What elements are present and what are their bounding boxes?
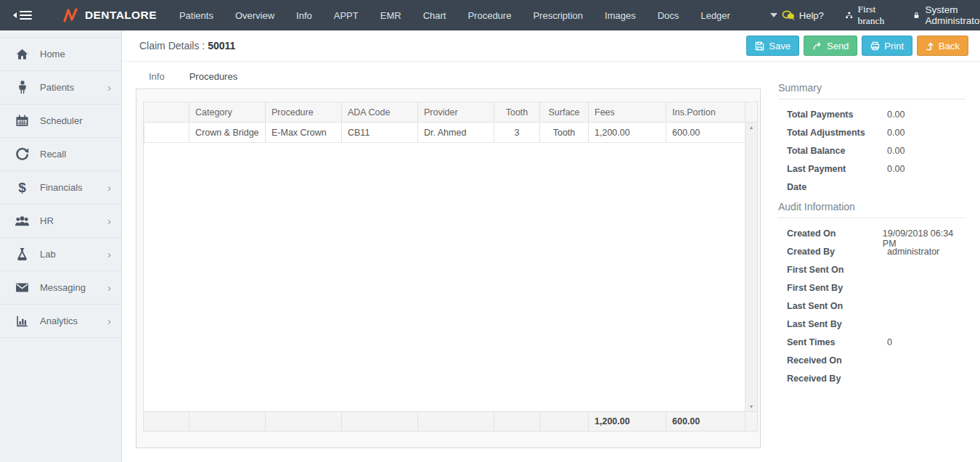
cell-tooth[interactable]: 3 <box>494 123 539 142</box>
summary-label: Total Adjustments <box>787 128 887 138</box>
audit-value: 19/09/2018 06:34 PM <box>883 228 965 249</box>
sidebar-collapse-button[interactable] <box>13 9 32 22</box>
sidebar-item-analytics[interactable]: Analytics › <box>0 305 121 338</box>
tab-info[interactable]: Info <box>136 65 177 91</box>
cell-provider[interactable]: Dr. Ahmed <box>417 123 494 142</box>
submenu-chevron-icon: › <box>107 182 111 193</box>
nav-item-docs[interactable]: Docs <box>647 1 690 30</box>
audit-label: Created On <box>787 228 883 239</box>
column-header-fees[interactable]: Fees <box>588 102 666 122</box>
column-header-tooth[interactable]: Tooth <box>494 102 539 122</box>
nav-more-dropdown-caret-icon[interactable] <box>766 9 782 22</box>
sidebar-item-patients[interactable]: Patients › <box>0 71 121 104</box>
claim-number: 50011 <box>208 40 235 51</box>
summary-row-last-payment: Last Payment 0.00 <box>787 164 965 182</box>
nav-item-procedure[interactable]: Procedure <box>457 1 522 30</box>
nav-item-emr[interactable]: EMR <box>369 1 412 30</box>
column-header-procedure[interactable]: Procedure <box>265 102 341 122</box>
branch-selector[interactable]: First branch <box>846 4 889 27</box>
save-icon <box>755 41 764 51</box>
audit-row-last-sent-by: Last Sent By <box>787 319 965 337</box>
cell-ins-portion[interactable]: 600.00 <box>666 123 745 142</box>
summary-value: 0.00 <box>887 110 905 120</box>
nav-item-ledger[interactable]: Ledger <box>690 1 740 30</box>
back-icon <box>926 41 934 51</box>
column-header-ada-code[interactable]: ADA Code <box>341 102 417 122</box>
nav-item-overview[interactable]: Overview <box>224 1 285 30</box>
patient-icon <box>14 81 30 94</box>
sidebar-item-lab[interactable]: Lab › <box>0 238 121 271</box>
audit-label: Created By <box>787 247 887 257</box>
column-header-provider[interactable]: Provider <box>417 102 494 122</box>
row-select-cell[interactable] <box>144 123 189 142</box>
help-label: Help? <box>799 10 824 21</box>
summary-row-total-adjustments: Total Adjustments 0.00 <box>787 128 965 146</box>
nav-item-chart[interactable]: Chart <box>412 1 457 30</box>
people-icon <box>14 215 30 227</box>
scroll-down-icon[interactable]: ▼ <box>749 404 754 409</box>
submenu-chevron-icon: › <box>107 82 111 93</box>
audit-row-last-sent-on: Last Sent On <box>787 301 965 319</box>
column-header-empty <box>144 102 189 122</box>
tab-procedures[interactable]: Procedures <box>177 65 250 91</box>
audit-row-received-by: Received By <box>787 374 965 392</box>
column-header-surface[interactable]: Surface <box>539 102 588 122</box>
brand-logo[interactable]: DENTALORE <box>62 7 157 23</box>
audit-value: administrator <box>887 247 939 257</box>
sidebar-item-recall[interactable]: Recall <box>0 138 121 171</box>
cell-ada-code[interactable]: CB11 <box>341 123 417 142</box>
cell-surface[interactable]: Tooth <box>539 123 588 142</box>
sitemap-icon <box>846 10 853 20</box>
footer-cell <box>539 412 588 431</box>
procedures-card: Category Procedure ADA Code Provider Too… <box>136 88 761 448</box>
dollar-icon: $ <box>14 181 30 194</box>
summary-value: 0.00 <box>887 128 905 138</box>
audit-label: First Sent On <box>787 265 887 275</box>
sidebar-item-hr[interactable]: HR › <box>0 205 121 238</box>
procedures-grid: Category Procedure ADA Code Provider Too… <box>143 102 758 432</box>
chat-bubbles-icon <box>782 10 796 21</box>
nav-item-appt[interactable]: APPT <box>323 1 369 30</box>
user-menu[interactable]: System Administrator <box>913 4 980 26</box>
nav-item-prescription[interactable]: Prescription <box>522 1 594 30</box>
column-header-category[interactable]: Category <box>189 102 265 122</box>
scroll-up-icon[interactable]: ▲ <box>749 125 754 130</box>
footer-total-fees: 1,200.00 <box>588 412 666 431</box>
nav-item-images[interactable]: Images <box>594 1 647 30</box>
sidebar-item-label: Patients <box>40 82 74 93</box>
nav-item-info[interactable]: Info <box>285 1 323 30</box>
calendar-icon <box>14 114 30 128</box>
navbar-menu: Patients Overview Info APPT EMR Chart Pr… <box>168 1 782 30</box>
submenu-chevron-icon: › <box>107 215 111 226</box>
vertical-scrollbar[interactable]: ▲ ▼ <box>745 123 757 411</box>
cell-category[interactable]: Crown & Bridge <box>189 123 265 142</box>
back-button[interactable]: Back <box>917 36 968 56</box>
cell-fees[interactable]: 1,200.00 <box>588 123 666 142</box>
sidebar-item-messaging[interactable]: Messaging › <box>0 271 121 305</box>
print-button[interactable]: Print <box>862 36 912 56</box>
sidebar-item-label: Financials <box>40 182 83 193</box>
audit-label: Received On <box>787 355 887 366</box>
refresh-icon <box>14 147 30 161</box>
sidebar-item-home[interactable]: Home <box>0 38 121 71</box>
send-button[interactable]: Send <box>804 36 857 56</box>
grid-body: Crown & Bridge E-Max Crown CB11 Dr. Ahme… <box>144 123 757 411</box>
audit-label: Last Sent By <box>787 319 887 329</box>
footer-cell <box>144 412 189 431</box>
sidebar-item-scheduler[interactable]: Scheduler <box>0 104 121 138</box>
summary-label: Last Payment <box>787 164 887 174</box>
nav-item-patients[interactable]: Patients <box>168 1 224 30</box>
send-icon <box>812 41 822 51</box>
footer-cell <box>417 412 494 431</box>
cell-procedure[interactable]: E-Max Crown <box>265 123 341 142</box>
help-link[interactable]: Help? <box>782 10 824 21</box>
sidebar-item-label: HR <box>40 215 54 226</box>
sidebar-item-financials[interactable]: $ Financials › <box>0 171 121 205</box>
save-button[interactable]: Save <box>746 36 799 56</box>
table-row[interactable]: Crown & Bridge E-Max Crown CB11 Dr. Ahme… <box>144 123 745 143</box>
print-button-label: Print <box>884 41 904 51</box>
column-header-ins-portion[interactable]: Ins.Portion <box>666 102 745 122</box>
claim-details-label: Claim Details : <box>139 40 205 51</box>
audit-label: First Sent By <box>787 283 887 293</box>
audit-row-sent-times: Sent Times 0 <box>787 337 965 355</box>
